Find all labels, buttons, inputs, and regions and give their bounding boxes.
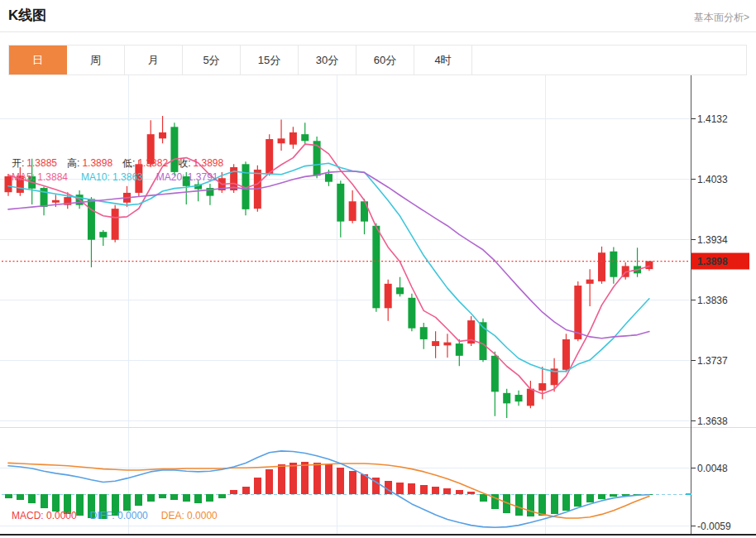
- fundamental-analysis-link[interactable]: 基本面分析>: [694, 11, 749, 25]
- price-tick-label: 1.3934: [697, 234, 728, 246]
- tab-interval-2[interactable]: 周: [67, 46, 125, 74]
- price-tick-label: 1.3737: [697, 355, 728, 367]
- svg-text:1.3898: 1.3898: [697, 256, 728, 267]
- chart-canvas[interactable]: 1.41321.40331.39341.38361.37371.36380.00…: [0, 75, 756, 538]
- header-divider: [0, 31, 756, 32]
- macd-tick-label: -0.0059: [697, 521, 731, 532]
- price-tick-label: 1.4033: [697, 174, 728, 185]
- kline-chart: 1.41321.40331.39341.38361.37371.36380.00…: [0, 75, 756, 538]
- macd-tick-label: 0.0048: [697, 463, 728, 474]
- ma10-line: [8, 163, 649, 372]
- kline-widget: K线图 基本面分析> 日周月5分15分30分60分4时 1.41321.4033…: [0, 0, 756, 538]
- tab-interval-8[interactable]: 4时: [414, 46, 472, 74]
- tab-interval-7[interactable]: 60分: [356, 46, 414, 74]
- ma20-line: [8, 171, 649, 339]
- tab-interval-6[interactable]: 30分: [299, 46, 356, 74]
- price-tick-label: 1.4132: [697, 113, 728, 125]
- tab-interval-1[interactable]: 日: [9, 46, 67, 74]
- tab-interval-4[interactable]: 5分: [183, 46, 241, 74]
- tab-interval-3[interactable]: 月: [125, 46, 183, 74]
- interval-tab-bar: 日周月5分15分30分60分4时: [8, 45, 747, 75]
- candles-layer: [5, 116, 653, 418]
- chart-bottom-border: [0, 534, 756, 536]
- last-price-badge: 1.3898: [691, 253, 749, 270]
- tab-interval-5[interactable]: 15分: [241, 46, 299, 74]
- macd-histogram: [5, 462, 653, 519]
- price-tick-label: 1.3836: [697, 295, 728, 306]
- page-title: K线图: [8, 6, 46, 25]
- price-tick-label: 1.3638: [697, 416, 728, 427]
